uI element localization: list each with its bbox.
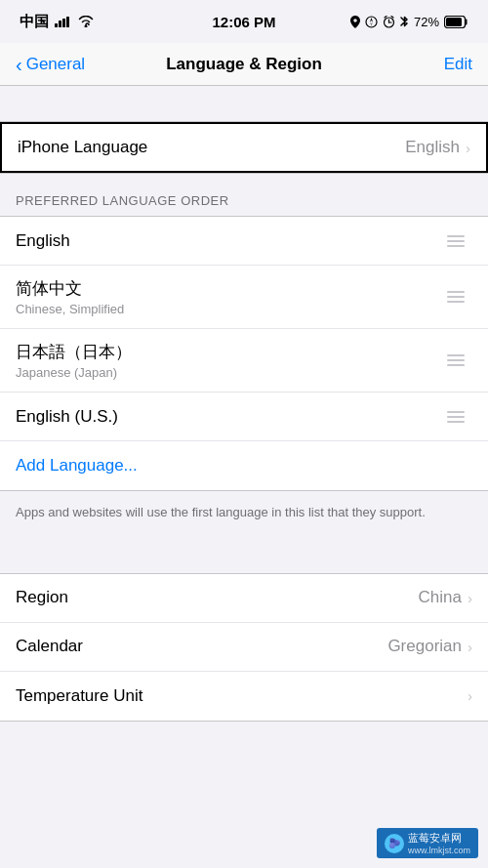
drag-line xyxy=(447,291,465,293)
temperature-unit-chevron-icon: › xyxy=(468,687,472,704)
svg-line-11 xyxy=(385,16,386,18)
calendar-value-group: Gregorian › xyxy=(387,637,472,656)
language-row-japanese-content: 日本語（日本） Japanese (Japan) xyxy=(16,341,472,380)
drag-line xyxy=(447,416,465,418)
calendar-chevron-icon: › xyxy=(468,639,472,655)
iphone-language-chevron-icon: › xyxy=(466,140,470,156)
status-left: 中国 xyxy=(20,13,94,31)
iphone-language-label: iPhone Language xyxy=(18,138,147,157)
region-row[interactable]: Region China › xyxy=(0,574,488,623)
temperature-unit-label: Temperature Unit xyxy=(16,686,142,706)
drag-line xyxy=(447,421,465,423)
svg-rect-1 xyxy=(59,21,61,27)
svg-rect-14 xyxy=(446,18,462,26)
drag-line xyxy=(447,245,465,247)
content-area: iPhone Language English › PREFERRED LANG… xyxy=(0,86,488,722)
drag-handle-chinese[interactable] xyxy=(439,291,472,303)
calendar-value: Gregorian xyxy=(387,637,462,656)
language-row-chinese[interactable]: 简体中文 Chinese, Simplified xyxy=(0,266,488,329)
language-row-english-content: English xyxy=(16,231,472,251)
add-language-button[interactable]: Add Language... xyxy=(0,441,488,490)
drag-lines-english xyxy=(447,235,465,247)
carrier-text: 中国 xyxy=(20,13,49,31)
back-label: General xyxy=(26,55,85,74)
status-bar: 中国 12:06 PM xyxy=(0,0,488,43)
svg-rect-3 xyxy=(66,17,69,27)
language-chinese-secondary: Chinese, Simplified xyxy=(16,302,124,316)
iphone-language-value: English xyxy=(405,138,460,157)
language-japanese-secondary: Japanese (Japan) xyxy=(16,365,132,380)
edit-button[interactable]: Edit xyxy=(444,55,472,74)
language-row-japanese-text: 日本語（日本） Japanese (Japan) xyxy=(16,341,132,380)
drag-line xyxy=(447,301,465,303)
info-text: Apps and websites will use the first lan… xyxy=(0,491,488,538)
drag-lines-english-us xyxy=(447,411,465,423)
status-right: 72% xyxy=(350,15,468,29)
calendar-row[interactable]: Calendar Gregorian › xyxy=(0,623,488,672)
region-section: Region China › Calendar Gregorian › Temp… xyxy=(0,573,488,722)
alarm-icon xyxy=(383,16,395,28)
temperature-unit-row[interactable]: Temperature Unit › xyxy=(0,672,488,721)
watermark-brand: 蓝莓安卓网 xyxy=(408,831,470,846)
back-chevron-icon: ‹ xyxy=(16,55,22,74)
language-row-english-text: English xyxy=(16,231,70,251)
language-row-english-us-content: English (U.S.) xyxy=(16,407,472,427)
svg-rect-2 xyxy=(62,19,65,27)
watermark-icon: 🫐 xyxy=(385,834,404,853)
preferred-language-header: PREFERRED LANGUAGE ORDER xyxy=(0,174,488,216)
svg-point-4 xyxy=(85,25,88,28)
drag-line xyxy=(447,235,465,237)
iphone-language-row[interactable]: iPhone Language English › xyxy=(0,122,488,173)
language-row-english-us[interactable]: English (U.S.) xyxy=(0,393,488,441)
battery-icon xyxy=(444,16,468,28)
language-row-chinese-content: 简体中文 Chinese, Simplified xyxy=(16,277,472,316)
back-button[interactable]: ‹ General xyxy=(16,55,85,74)
drag-line xyxy=(447,296,465,298)
signal-icon xyxy=(55,16,72,27)
drag-handle-english-us[interactable] xyxy=(439,411,472,423)
region-value-group: China › xyxy=(419,588,472,607)
drag-handle-english[interactable] xyxy=(439,235,472,247)
drag-line xyxy=(447,411,465,413)
drag-line xyxy=(447,354,465,356)
battery-percent: 72% xyxy=(414,15,439,29)
watermark: 🫐 蓝莓安卓网 www.lmkjst.com xyxy=(377,828,478,858)
language-row-japanese[interactable]: 日本語（日本） Japanese (Japan) xyxy=(0,329,488,393)
watermark-url: www.lmkjst.com xyxy=(408,846,470,855)
wifi-icon xyxy=(78,16,94,27)
language-row-english[interactable]: English xyxy=(0,217,488,266)
svg-marker-6 xyxy=(370,18,373,22)
drag-line xyxy=(447,240,465,242)
svg-line-12 xyxy=(391,16,393,18)
iphone-language-section: iPhone Language English › xyxy=(0,121,488,174)
drag-line xyxy=(447,359,465,361)
drag-lines-chinese xyxy=(447,291,465,303)
compass-icon xyxy=(365,16,378,28)
region-value: China xyxy=(419,588,462,607)
drag-lines-japanese xyxy=(447,354,465,366)
location-icon xyxy=(350,16,360,28)
region-label: Region xyxy=(16,588,68,607)
svg-rect-0 xyxy=(55,23,58,27)
language-row-english-us-text: English (U.S.) xyxy=(16,407,118,427)
drag-handle-japanese[interactable] xyxy=(439,354,472,366)
region-chevron-icon: › xyxy=(468,590,472,606)
svg-marker-7 xyxy=(370,21,373,26)
page-title: Language & Region xyxy=(166,55,322,74)
language-english-us-primary: English (U.S.) xyxy=(16,407,118,427)
nav-bar: ‹ General Language & Region Edit xyxy=(0,43,488,86)
language-japanese-primary: 日本語（日本） xyxy=(16,341,132,363)
language-list-section: English 简体中文 Chinese, Simplified xyxy=(0,216,488,491)
calendar-label: Calendar xyxy=(16,637,83,656)
language-chinese-primary: 简体中文 xyxy=(16,277,124,300)
language-row-chinese-text: 简体中文 Chinese, Simplified xyxy=(16,277,124,316)
temperature-unit-value-group: › xyxy=(462,687,472,704)
watermark-text: 蓝莓安卓网 www.lmkjst.com xyxy=(408,831,470,855)
bluetooth-icon xyxy=(400,15,409,28)
language-english-primary: English xyxy=(16,231,70,251)
iphone-language-value-group: English › xyxy=(405,138,470,157)
status-time: 12:06 PM xyxy=(212,14,275,30)
drag-line xyxy=(447,364,465,366)
